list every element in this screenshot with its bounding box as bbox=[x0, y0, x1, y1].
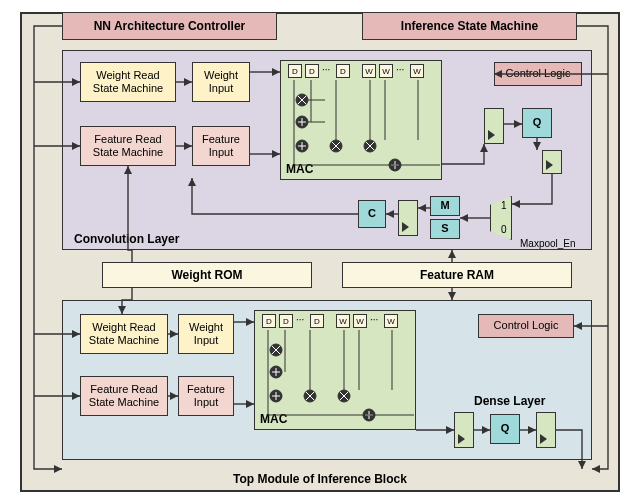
top-module-frame: NN Architecture Controller Inference Sta… bbox=[20, 12, 620, 492]
conv-frsm-text: Feature Read State Machine bbox=[93, 133, 163, 159]
nn-arch-label: NN Architecture Controller bbox=[94, 19, 246, 33]
dense-weight-input: Weight Input bbox=[178, 314, 234, 354]
conv-mac-graph-icon bbox=[280, 60, 442, 180]
conv-c-text: C bbox=[368, 207, 376, 220]
conv-s-block: S bbox=[430, 219, 460, 239]
dense-q-text: Q bbox=[501, 422, 510, 435]
nn-arch-controller-block: NN Architecture Controller bbox=[62, 12, 277, 40]
ism-label: Inference State Machine bbox=[401, 19, 538, 33]
dense-wrsm-text: Weight Read State Machine bbox=[89, 321, 159, 347]
conv-s-text: S bbox=[441, 222, 448, 235]
conv-reg2 bbox=[542, 150, 562, 174]
conv-feature-read-sm: Feature Read State Machine bbox=[80, 126, 176, 166]
feature-ram-block: Feature RAM bbox=[342, 262, 572, 288]
conv-winp-text: Weight Input bbox=[204, 69, 238, 95]
dense-winp-text: Weight Input bbox=[189, 321, 223, 347]
dense-weight-read-sm: Weight Read State Machine bbox=[80, 314, 168, 354]
conv-m-block: M bbox=[430, 196, 460, 216]
conv-wrsm-text: Weight Read State Machine bbox=[93, 69, 163, 95]
weight-rom-block: Weight ROM bbox=[102, 262, 312, 288]
dense-q-block: Q bbox=[490, 414, 520, 444]
conv-reg3 bbox=[398, 200, 418, 236]
dense-control-logic: Control Logic bbox=[478, 314, 574, 338]
dense-feature-input: Feature Input bbox=[178, 376, 234, 416]
inference-state-machine-block: Inference State Machine bbox=[362, 12, 577, 40]
dense-reg1 bbox=[454, 412, 474, 448]
dense-mac-graph-icon bbox=[254, 310, 416, 430]
conv-reg1 bbox=[484, 108, 504, 144]
conv-finp-text: Feature Input bbox=[202, 133, 240, 159]
dense-frsm-text: Feature Read State Machine bbox=[89, 383, 159, 409]
conv-layer-title: Convolution Layer bbox=[74, 232, 179, 246]
wrom-text: Weight ROM bbox=[171, 268, 242, 282]
conv-q-block: Q bbox=[522, 108, 552, 138]
conv-q-text: Q bbox=[533, 116, 542, 129]
conv-feature-input: Feature Input bbox=[192, 126, 250, 166]
dense-ctrl-text: Control Logic bbox=[494, 319, 559, 332]
conv-ctrl-text: Control Logic bbox=[506, 67, 571, 80]
diagram-title-text: Top Module of Inference Block bbox=[233, 472, 407, 486]
dense-reg2 bbox=[536, 412, 556, 448]
conv-weight-input: Weight Input bbox=[192, 62, 250, 102]
maxpool-en-label: Maxpool_En bbox=[520, 238, 576, 249]
dense-feature-read-sm: Feature Read State Machine bbox=[80, 376, 168, 416]
dense-finp-text: Feature Input bbox=[187, 383, 225, 409]
dense-layer-title: Dense Layer bbox=[474, 394, 545, 408]
conv-m-text: M bbox=[440, 199, 449, 212]
conv-control-logic: Control Logic bbox=[494, 62, 582, 86]
fram-text: Feature RAM bbox=[420, 268, 494, 282]
conv-c-block: C bbox=[358, 200, 386, 228]
conv-weight-read-sm: Weight Read State Machine bbox=[80, 62, 176, 102]
mux-1-label: 1 bbox=[501, 200, 507, 211]
diagram-title: Top Module of Inference Block bbox=[22, 472, 618, 486]
mux-0-label: 0 bbox=[501, 224, 507, 235]
